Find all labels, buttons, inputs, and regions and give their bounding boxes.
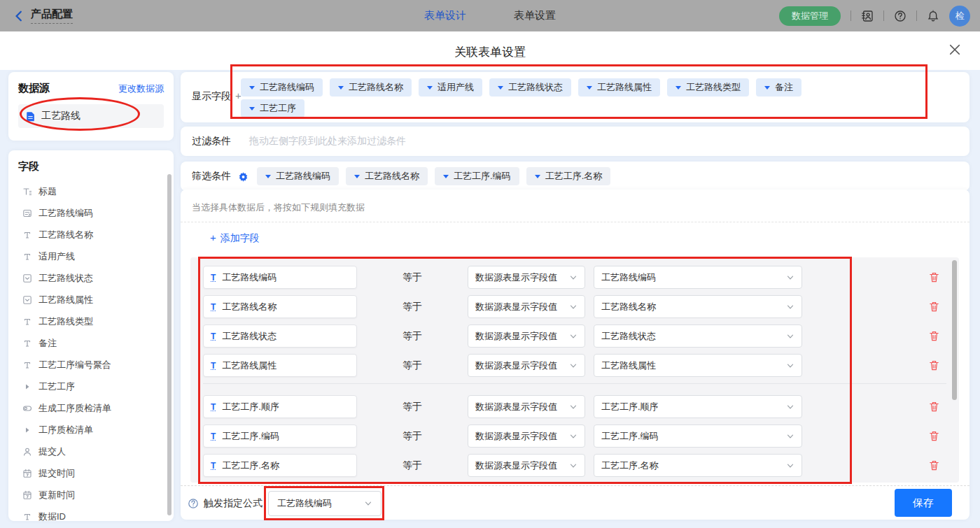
bell-icon[interactable] [927,10,939,22]
rule-field-label: 工艺路线状态 [222,330,276,343]
chevron-down-icon [569,273,578,282]
tag-label: 工艺路线名称 [365,170,419,183]
change-datasource-link[interactable]: 更改数据源 [118,83,164,95]
field-item-label: 生成工序质检清单 [38,402,111,415]
source-select[interactable]: 数据源表显示字段值 [468,266,585,289]
source-select[interactable]: 数据源表显示字段值 [468,324,585,348]
rule-field-chip[interactable]: T 工艺路线名称 [203,295,357,318]
caret-down-icon [443,175,449,178]
data-manage-button[interactable]: 数据管理 [779,6,841,26]
target-select[interactable]: 工艺路线编码 [594,266,802,289]
caret-down-icon [249,86,255,90]
target-select[interactable]: 工艺工序.顺序 [594,395,802,418]
tag-label: 工艺工序.名称 [545,170,603,183]
target-select[interactable]: 工艺路线状态 [594,324,802,348]
back-chevron-icon[interactable] [13,10,25,22]
source-select[interactable]: 数据源表显示字段值 [468,354,585,377]
field-item[interactable]: 备注 [18,332,167,354]
display-field-tag[interactable]: 工艺路线属性 [578,78,660,97]
display-field-tag[interactable]: 工艺路线编码 [241,78,323,97]
field-item[interactable]: 工艺路线编码 [18,202,167,224]
trigger-formula-select[interactable]: 工艺路线编码 [268,491,382,516]
divider [181,222,969,222]
trash-icon[interactable] [928,271,940,283]
display-field-tag[interactable]: 备注 [756,78,802,97]
trash-icon[interactable] [928,330,940,342]
datasource-item[interactable]: 工艺路线 [18,104,164,128]
field-item[interactable]: 提交时间 [18,462,167,484]
screen-condition-tag[interactable]: 工艺工序.名称 [526,167,611,185]
trash-icon[interactable] [928,459,940,471]
field-item[interactable]: 工艺路线状态 [18,267,167,289]
question-circle-icon[interactable] [188,498,199,509]
screen-condition-tag[interactable]: 工艺工序.编码 [435,167,519,185]
trash-icon[interactable] [928,401,940,413]
field-item[interactable]: 工艺路线名称 [18,224,167,245]
source-select[interactable]: 数据源表显示字段值 [468,395,585,418]
source-select[interactable]: 数据源表显示字段值 [468,424,585,448]
field-item[interactable]: 工艺工序编号聚合 [18,354,167,376]
plus-icon: + [210,231,216,243]
display-field-tag[interactable]: 工艺路线类型 [667,78,749,97]
field-item[interactable]: 工艺路线属性 [18,289,167,311]
text-icon [22,338,32,348]
field-item[interactable]: 适用产线 [18,245,167,267]
contact-book-icon[interactable] [861,10,874,22]
field-item[interactable]: 工序质检清单 [18,419,167,441]
display-field-tag[interactable]: 适用产线 [419,78,482,97]
fields-panel: 字段 标题 工艺路线编码 工艺路线名称 [8,150,174,521]
rule-field-chip[interactable]: T 工艺工序.编码 [203,424,357,448]
rule-field-chip[interactable]: T 工艺工序.名称 [203,454,357,477]
tab-form-settings[interactable]: 表单设置 [514,9,556,22]
save-button[interactable]: 保存 [895,489,952,517]
field-item[interactable]: 更新时间 [18,484,167,506]
rule-field-chip[interactable]: T 工艺工序.顺序 [203,395,357,418]
trash-icon[interactable] [928,430,940,442]
screen-condition-tag[interactable]: 工艺路线编码 [257,167,339,185]
rule-field-chip[interactable]: T 工艺路线属性 [203,354,357,377]
caret-down-icon [265,175,271,178]
field-item[interactable]: 工艺工序 [18,376,167,397]
tab-form-design[interactable]: 表单设计 [424,9,466,22]
field-item[interactable]: 数据ID [18,506,167,527]
target-select[interactable]: 工艺路线属性 [594,354,802,377]
display-field-tag[interactable]: 工艺工序 [241,99,304,117]
field-item[interactable]: 标题 [18,180,167,202]
screen-condition-tag[interactable]: 工艺路线名称 [346,167,428,185]
display-field-tag[interactable]: 工艺路线状态 [489,78,571,97]
target-select[interactable]: 工艺路线名称 [594,295,802,318]
modal-header: 关联表单设置 [0,31,980,70]
back-nav[interactable]: 产品配置 [13,8,73,24]
field-item[interactable]: 生成工序质检清单 [18,397,167,419]
field-item[interactable]: 提交人 [18,441,167,462]
text-icon: T [211,431,216,441]
avatar[interactable]: 检 [949,6,970,27]
close-icon[interactable] [948,43,962,57]
target-select[interactable]: 工艺工序.编码 [594,424,802,448]
source-select[interactable]: 数据源表显示字段值 [468,295,585,318]
divider [850,10,851,21]
source-select[interactable]: 数据源表显示字段值 [468,454,585,477]
gear-icon[interactable] [238,171,248,182]
fields-scrollbar[interactable] [167,174,172,515]
rule-field-chip[interactable]: T 工艺路线编码 [203,266,357,289]
trash-icon[interactable] [928,359,940,371]
field-item-label: 提交人 [38,445,66,458]
text-icon: T [211,402,216,412]
fill-rules-section: 当选择具体数据后，将按如下规则填充数据 +添加字段 T 工艺路线编码 等于 [181,190,969,520]
page-title[interactable]: 产品配置 [31,8,73,24]
field-item[interactable]: 工艺路线类型 [18,311,167,332]
filter-condition-section[interactable]: 过滤条件 拖动左侧字段到此处来添加过滤条件 [181,127,969,156]
field-item-label: 更新时间 [38,489,75,501]
calendar-icon [22,469,32,478]
caret-down-icon [338,86,344,90]
display-field-tag[interactable]: 工艺路线名称 [330,78,412,97]
rules-scrollbar[interactable] [952,260,957,400]
add-field-button[interactable]: +添加字段 [210,231,260,245]
topbar-actions: 数据管理 检 [779,6,970,27]
target-select[interactable]: 工艺工序.名称 [594,454,802,477]
tag-label: 工艺路线属性 [597,81,652,94]
trash-icon[interactable] [928,301,940,313]
help-icon[interactable] [894,10,906,22]
rule-field-chip[interactable]: T 工艺路线状态 [203,324,357,348]
